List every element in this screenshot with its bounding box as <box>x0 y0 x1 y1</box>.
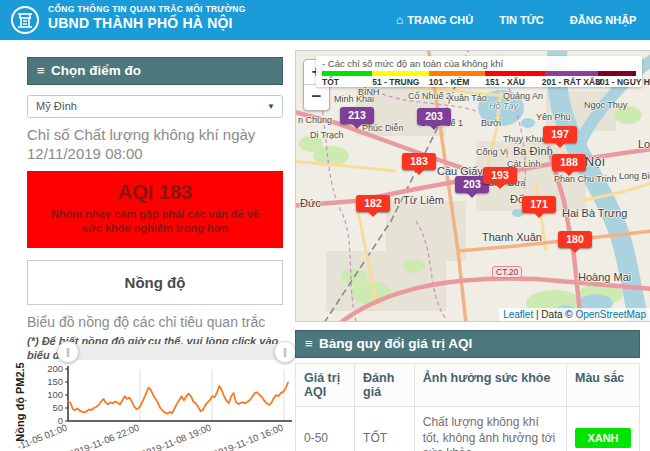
aqi-marker[interactable]: 188 <box>552 154 586 171</box>
station-select[interactable]: Mỹ Đình ▼ <box>27 95 283 118</box>
nav-item-0[interactable]: ⌂TRANG CHỦ <box>396 13 473 27</box>
slider-handle-right[interactable]: ∥ <box>274 341 296 363</box>
map-place-label: Long Biên <box>619 171 650 181</box>
road-badge: CT.20 <box>492 266 522 278</box>
y-tick-label: 50 <box>52 402 63 413</box>
aqi-table-column-header: Đánh giá <box>355 364 415 407</box>
chart-caption: Biểu đồ nồng độ các chỉ tiêu quan trắc <box>27 314 283 330</box>
aqi-table-header: ≡Bảng quy đổi giá trị AQI <box>295 330 640 358</box>
y-tick-label: 200 <box>47 363 63 374</box>
x-tick-label: 2019-11-08 19:00 <box>140 422 213 451</box>
hanoi-portal-logo <box>10 5 40 35</box>
chevron-down-icon: ▼ <box>267 96 275 117</box>
legend-label: 201 - RẤT XẤU <box>542 77 602 87</box>
home-icon: ⌂ <box>396 13 403 27</box>
x-tick-label: 2019-11-10 16:00 <box>212 422 285 451</box>
map-place-label: Hồ Tây <box>489 101 518 111</box>
map-place-label: Quảng An <box>503 91 543 101</box>
aqi-table-column-header: Màu sắc <box>566 364 639 407</box>
site-title: CỔNG THÔNG TIN QUAN TRẮC MÔI TRƯỜNG UBND… <box>48 5 246 31</box>
map-place-label: Long <box>638 138 650 150</box>
legend-label: 301 - NGUY HẠI <box>595 77 650 87</box>
map-place-label: Minh Khai <box>334 94 374 104</box>
color-cell: XANH <box>566 407 639 451</box>
pm25-chart-svg[interactable]: 050100150200-11-05 01:002019-11-06 22:00… <box>10 362 295 451</box>
aqi-table-column-header: Giá trị AQI <box>296 364 355 407</box>
map-place-label: Cống Vị <box>476 147 508 157</box>
aqi-marker[interactable]: 213 <box>340 107 374 124</box>
y-tick-label: 150 <box>47 376 63 387</box>
aqi-value-box: AQI 183 Nhóm nhạy cảm gặp phải các vấn đ… <box>27 171 283 249</box>
map-place-label: Phúc Diễn <box>362 123 404 133</box>
pm25-chart: ∥ ∥ 050100150200-11-05 01:002019-11-06 2… <box>10 340 295 451</box>
main-nav: ⌂TRANG CHỦTIN TỨCĐĂNG NHẬPENGLISH <box>396 0 650 40</box>
aqi-table-title: Bảng quy đổi giá trị AQI <box>319 336 472 351</box>
map-place-label: Cổ Nhuế 2 <box>408 91 451 101</box>
station-panel-title: Chọn điểm đo <box>51 63 141 78</box>
map-place-label: Xuân Tảo <box>448 93 487 103</box>
site-title-line2: UBND THÀNH PHỐ HÀ NỘI <box>48 15 246 31</box>
aqi-marker[interactable]: 193 <box>483 167 517 184</box>
aqi-table-column-header: Ảnh hưởng sức khỏe <box>414 364 566 407</box>
osm-link[interactable]: OpenStreetMap <box>575 309 646 320</box>
aqi-value: AQI 183 <box>41 181 269 204</box>
aqi-marker[interactable]: 182 <box>356 195 390 212</box>
map-place-label: Bưởi <box>481 118 501 128</box>
map-place-label: Yên Phụ <box>536 112 571 122</box>
map-place-label: Hoàng Mai <box>578 271 631 283</box>
map-place-label: Đức <box>300 197 321 209</box>
station-select-value: Mỹ Đình <box>36 100 77 112</box>
aqi-marker[interactable]: 183 <box>402 153 436 170</box>
aqi-marker[interactable]: 171 <box>522 196 556 213</box>
nav-item-2[interactable]: ĐĂNG NHẬP <box>570 14 637 26</box>
aqi-marker[interactable]: 203 <box>417 108 451 125</box>
legend-label: TỐT <box>322 77 339 87</box>
health-effect-cell: Chất lượng không khí tốt, không ảnh hưởn… <box>414 407 566 451</box>
map-place-label: Thanh Xuân <box>482 231 542 243</box>
legend-toggle-icon[interactable]: - <box>322 58 325 69</box>
aqi-range-cell: 0-50 <box>296 407 355 451</box>
aqi-marker[interactable]: 197 <box>543 126 577 143</box>
legend-title: - Các chỉ số mức độ an toàn của không kh… <box>322 58 636 69</box>
chart-range-slider[interactable]: ∥ ∥ <box>68 344 285 360</box>
hamburger-icon: ≡ <box>37 63 45 78</box>
aqi-description: Nhóm nhạy cảm gặp phải các vấn đề về sức… <box>41 207 269 237</box>
legend-label: 101 - KÉM <box>429 77 470 87</box>
map-place-label: n Chung <box>298 115 332 125</box>
map-place-label: Ngọc Thụy <box>584 100 627 110</box>
site-title-line1: CỔNG THÔNG TIN QUAN TRẮC MÔI TRƯỜNG <box>48 5 246 15</box>
y-tick-label: 100 <box>47 389 63 400</box>
x-tick-label: 2019-11-06 22:00 <box>68 422 141 451</box>
map-place-label: Ba Đình <box>513 145 553 157</box>
map-place-label: Thụy Khuê <box>503 134 547 144</box>
rating-cell: TỐT <box>355 407 415 451</box>
aqi-date-text: Chỉ số Chất lượng không khí ngày 12/11/2… <box>27 126 283 164</box>
legend-labels: TỐT51 - TRUNG101 - KÉM151 - XẤU201 - RẤT… <box>322 76 636 87</box>
table-row: 0-50TỐTChất lượng không khí tốt, không ả… <box>296 407 640 451</box>
map-place-label: Di Trạch <box>310 130 344 140</box>
slider-handle-left[interactable]: ∥ <box>57 341 79 363</box>
y-axis-label: Nồng độ PM2.5 <box>14 362 27 441</box>
station-panel-header: ≡Chọn điểm đo <box>27 57 283 85</box>
leaflet-link[interactable]: Leaflet <box>503 309 533 320</box>
concentration-button[interactable]: Nồng độ <box>27 260 283 305</box>
zoom-out-button[interactable]: − <box>304 85 329 110</box>
pm25-series-line <box>68 383 288 414</box>
map-attribution: Leaflet | Data © OpenStreetMap <box>499 308 650 321</box>
aqi-legend: - Các chỉ số mức độ an toàn của không kh… <box>316 56 642 87</box>
map-place-label: Hai Bà Trưng <box>562 207 627 219</box>
color-badge: XANH <box>575 428 631 448</box>
top-header: CỔNG THÔNG TIN QUAN TRẮC MÔI TRƯỜNG UBND… <box>0 0 650 40</box>
aqi-marker[interactable]: 180 <box>558 231 592 248</box>
station-panel: ≡Chọn điểm đo Mỹ Đình ▼ Chỉ số Chất lượn… <box>27 57 283 363</box>
legend-label: 151 - XẤU <box>485 77 525 87</box>
legend-label: 51 - TRUNG <box>372 77 419 87</box>
aqi-map[interactable]: BÌNHMinh KhaiCổ Nhuế 2Xuân Tảon ChungDi … <box>295 50 650 322</box>
map-place-label: n Từ Liêm <box>394 194 444 206</box>
hamburger-icon: ≡ <box>305 336 313 351</box>
aqi-conversion-table: Giá trị AQIĐánh giáẢnh hưởng sức khỏeMàu… <box>295 363 640 451</box>
aqi-conversion-panel: ≡Bảng quy đổi giá trị AQI Giá trị AQIĐán… <box>295 330 640 451</box>
nav-item-1[interactable]: TIN TỨC <box>499 14 544 26</box>
